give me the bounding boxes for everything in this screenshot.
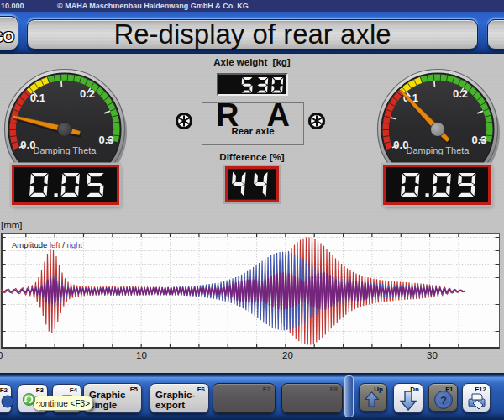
svg-text:?: ? [440,394,447,407]
svg-text:0.3: 0.3 [98,134,113,146]
svg-text:0.1: 0.1 [30,92,45,104]
svg-text:0.3: 0.3 [471,134,486,146]
svg-text:0.2: 0.2 [453,87,468,100]
svg-text:0.2: 0.2 [80,87,95,100]
